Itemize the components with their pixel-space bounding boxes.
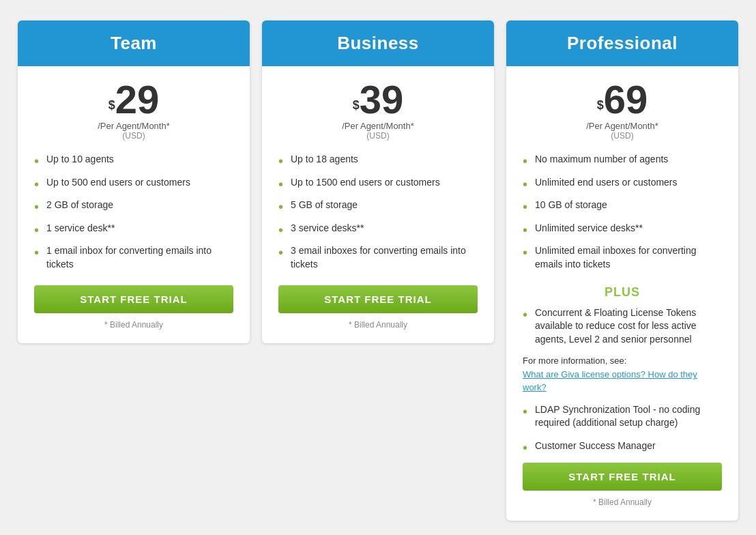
info-text: For more information, see: [523, 356, 722, 366]
team-billed-note: * Billed Annually [34, 320, 233, 330]
business-price-amount: 39 [360, 77, 404, 121]
business-feature-5: 3 email inboxes for converting emails in… [278, 244, 478, 271]
business-feature-4: 3 service desks** [278, 222, 478, 235]
business-card: Business $39/Per Agent/Month* (USD) Up t… [262, 20, 494, 343]
team-feature-3: 2 GB of storage [34, 199, 233, 212]
business-trial-button[interactable]: START FREE TRIAL [278, 285, 478, 313]
professional-billed-note: * Billed Annually [523, 497, 722, 507]
business-title: Business [337, 33, 419, 53]
team-trial-button[interactable]: START FREE TRIAL [34, 285, 233, 313]
professional-dollar-sign: $ [597, 98, 604, 112]
professional-trial-button[interactable]: START FREE TRIAL [523, 463, 722, 491]
professional-feature-1: No maximum number of agents [523, 153, 722, 167]
professional-feature-4: Unlimited service desks** [523, 222, 722, 235]
team-price-block: $29/Per Agent/Month* (USD) [34, 80, 233, 141]
professional-price-amount: 69 [604, 77, 648, 121]
professional-feature-2: Unlimited end users or customers [523, 176, 722, 190]
professional-header: Professional [506, 20, 738, 66]
team-price-per: /Per Agent/Month* [34, 121, 233, 131]
business-feature-2: Up to 1500 end users or customers [278, 176, 478, 190]
plus-label: PLUS [523, 285, 722, 300]
professional-feature-3: 10 GB of storage [523, 199, 722, 212]
professional-price-usd: (USD) [523, 131, 722, 141]
info-link[interactable]: What are Giva license options? How do th… [523, 368, 722, 393]
business-billed-note: * Billed Annually [278, 320, 478, 330]
plus-item-1: Concurrent & Floating License Tokens ava… [523, 306, 722, 347]
business-dollar-sign: $ [353, 98, 360, 112]
team-feature-4: 1 service desk** [34, 222, 233, 235]
professional-price-block: $69/Per Agent/Month* (USD) [523, 80, 722, 141]
professional-card: Professional $69/Per Agent/Month* (USD) … [506, 20, 738, 521]
team-body: $29/Per Agent/Month* (USD) Up to 10 agen… [18, 66, 250, 343]
professional-plus-section: PLUS Concurrent & Floating License Token… [523, 285, 722, 453]
business-price-block: $39/Per Agent/Month* (USD) [278, 80, 478, 141]
business-body: $39/Per Agent/Month* (USD) Up to 18 agen… [262, 66, 494, 343]
plus-item-2: LDAP Synchronization Tool - no coding re… [523, 403, 722, 430]
team-header: Team [18, 20, 250, 66]
professional-body: $69/Per Agent/Month* (USD) No maximum nu… [506, 66, 738, 521]
plus-item-3: Customer Success Manager [523, 439, 722, 453]
professional-price-per: /Per Agent/Month* [523, 121, 722, 131]
pricing-container: Team $29/Per Agent/Month* (USD) Up to 10… [14, 14, 742, 527]
team-dollar-sign: $ [108, 98, 115, 112]
team-features-list: Up to 10 agents Up to 500 end users or c… [34, 153, 233, 272]
team-title: Team [111, 33, 157, 53]
business-header: Business [262, 20, 494, 66]
business-feature-1: Up to 18 agents [278, 153, 478, 167]
team-feature-2: Up to 500 end users or customers [34, 176, 233, 190]
team-price-usd: (USD) [34, 131, 233, 141]
professional-features-list: No maximum number of agents Unlimited en… [523, 153, 722, 272]
team-price-amount: 29 [115, 77, 160, 121]
team-card: Team $29/Per Agent/Month* (USD) Up to 10… [18, 20, 250, 343]
business-price-per: /Per Agent/Month* [278, 121, 478, 131]
professional-title: Professional [567, 33, 678, 53]
business-price-usd: (USD) [278, 131, 478, 141]
team-feature-1: Up to 10 agents [34, 153, 233, 167]
professional-feature-5: Unlimited email inboxes for converting e… [523, 244, 722, 271]
team-feature-5: 1 email inbox for converting emails into… [34, 244, 233, 271]
business-feature-3: 5 GB of storage [278, 199, 478, 212]
business-features-list: Up to 18 agents Up to 1500 end users or … [278, 153, 478, 272]
